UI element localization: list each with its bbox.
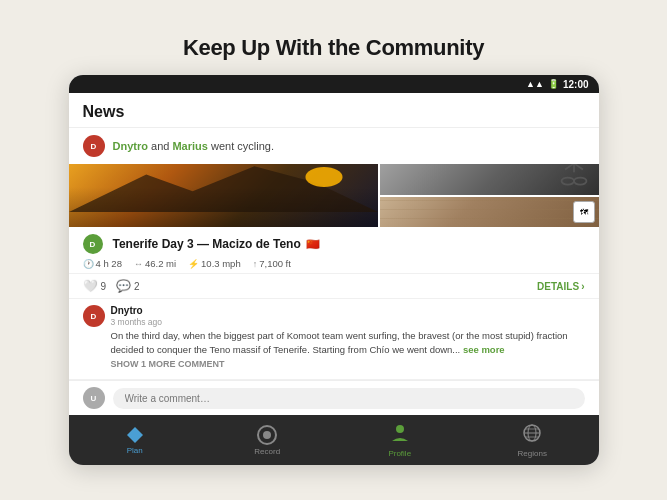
stat-elevation: ↑ 7,100 ft [253,258,291,269]
signal-icon: ▲▲ [526,79,544,89]
stat-distance: ↔ 46.2 mi [134,258,176,269]
actions-left: 🤍 9 💬 2 [83,279,140,293]
comment-body: Dnytro 3 months ago On the third day, wh… [111,305,585,369]
svg-point-6 [561,177,573,184]
activity-connector: and [151,140,172,152]
like-count: 9 [101,281,107,292]
phone-frame: ▲▲ 🔋 12:00 News D Dnytro and Marius went… [69,75,599,465]
photo-right-grid: 🗺 [380,164,599,227]
comment-section: D Dnytro 3 months ago On the third day, … [69,299,599,380]
profile-icon [390,423,410,447]
globe-icon [522,423,542,447]
main-content: News D Dnytro and Marius went cycling. [69,93,599,415]
bottom-nav: Plan Record Profile [69,415,599,465]
activity-title-row: D Tenerife Day 3 — Macizo de Teno 🇨🇳 [83,234,585,254]
heart-icon: 🤍 [83,279,98,293]
svg-line-4 [565,164,574,169]
user-avatar: D [83,135,105,157]
activity-title-text[interactable]: Tenerife Day 3 — Macizo de Teno [113,237,301,251]
record-icon [257,425,277,445]
nav-label-regions: Regions [518,449,547,458]
svg-marker-8 [127,427,143,443]
comment-time: 3 months ago [111,317,585,327]
actions-row: 🤍 9 💬 2 DETAILS › [69,274,599,299]
comment-author: Dnytro [111,305,585,316]
comment-text: On the third day, when the biggest part … [111,329,585,356]
comment-icon: 💬 [116,279,131,293]
photo-ruins: 🗺 [380,197,599,228]
battery-icon: 🔋 [548,79,559,89]
comment-input[interactable] [113,388,585,409]
plan-icon [126,426,144,444]
nav-item-plan[interactable]: Plan [69,422,202,459]
photos-grid: 🗺 [69,164,599,227]
stats-row: 🕐 4 h 28 ↔ 46.2 mi ⚡ 10.3 mph ↑ 7,100 ft [83,258,585,269]
user2-link[interactable]: Marius [172,140,207,152]
nav-label-record: Record [254,447,280,456]
chevron-right-icon: › [581,281,584,292]
status-bar: ▲▲ 🔋 12:00 [69,75,599,93]
nav-item-regions[interactable]: Regions [466,419,599,462]
activity-text: Dnytro and Marius went cycling. [113,140,274,152]
comment-button[interactable]: 💬 2 [116,279,140,293]
page-title: Keep Up With the Community [183,35,484,61]
svg-point-1 [305,167,342,187]
svg-point-9 [396,425,404,433]
stat-speed: ⚡ 10.3 mph [188,258,241,269]
activity-line: D Dnytro and Marius went cycling. [69,128,599,164]
comment-count: 2 [134,281,140,292]
see-more-link[interactable]: see more [463,344,505,355]
details-label: DETAILS [537,281,579,292]
comment-item: D Dnytro 3 months ago On the third day, … [83,305,585,369]
photo-cyclist [380,164,599,195]
user1-link[interactable]: Dnytro [113,140,148,152]
map-badge: 🗺 [573,201,595,223]
svg-line-5 [574,164,583,169]
details-link[interactable]: DETAILS › [537,281,584,292]
stat-time: 🕐 4 h 28 [83,258,122,269]
nav-label-plan: Plan [127,446,143,455]
nav-item-record[interactable]: Record [201,421,334,460]
card-header: News [69,93,599,128]
svg-point-7 [574,177,586,184]
flag-icon: 🇨🇳 [306,238,320,251]
activity-action: went cycling. [211,140,274,152]
photo-landscape [69,164,378,227]
activity-avatar-sm: D [83,234,103,254]
activity-details: D Tenerife Day 3 — Macizo de Teno 🇨🇳 🕐 4… [69,227,599,274]
write-comment-avatar: U [83,387,105,409]
show-more-comments[interactable]: SHOW 1 MORE COMMENT [111,359,585,369]
nav-item-profile[interactable]: Profile [334,419,467,462]
nav-label-profile: Profile [388,449,411,458]
time-display: 12:00 [563,79,589,90]
like-button[interactable]: 🤍 9 [83,279,107,293]
write-comment-row: U [69,380,599,415]
news-heading: News [83,103,585,121]
comment-avatar: D [83,305,105,327]
record-dot-inner [263,431,271,439]
news-card: News D Dnytro and Marius went cycling. [69,93,599,415]
